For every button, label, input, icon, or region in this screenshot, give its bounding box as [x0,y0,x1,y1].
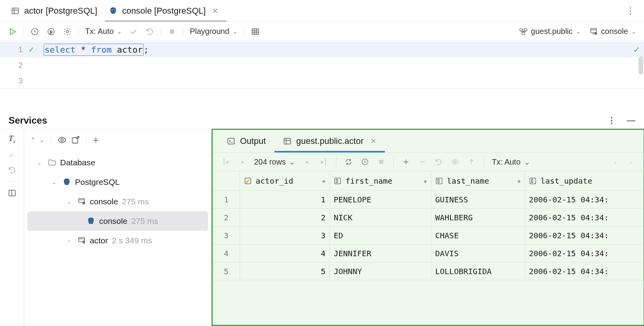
tab-actor[interactable]: actor [PostgreSQL] [7,0,105,22]
close-icon[interactable]: ✕ [370,137,376,145]
row-index[interactable]: 3 [213,227,240,244]
results-pane: Output guest.public.actor ✕ ⎮◂ ◂ 204 row… [212,129,644,326]
add-icon[interactable]: + [93,134,99,146]
rollback-icon[interactable] [8,166,16,174]
column-header[interactable]: last_update [525,171,644,190]
code-line[interactable]: select * from actor ; [41,42,644,57]
gutter-line[interactable]: 2 [0,57,41,73]
tx-mode-label: Tx: Auto [85,27,114,36]
cell[interactable]: JOHNNY [330,262,431,280]
page-first-icon[interactable]: ⎮◂ [219,155,232,168]
close-icon[interactable]: ✕ [212,6,219,16]
data-grid: actor_id ◆ first_name ◆ last_name ◆ [213,171,644,325]
commit-icon[interactable]: ✓ [9,152,14,159]
cell[interactable]: PENELOPE [330,191,431,208]
new-window-icon[interactable] [71,135,80,145]
more-icon[interactable]: ⋮ [607,115,616,126]
tab-console[interactable]: console [PostgreSQL] ✕ [105,0,226,22]
table-row[interactable]: 44JENNIFERDAVIS2006-02-15 04:34: [213,244,644,262]
svg-point-18 [83,202,85,204]
column-header[interactable]: last_name ◆ [431,171,525,190]
commit-button[interactable] [126,25,141,39]
cell[interactable]: ED [330,227,431,244]
cell[interactable]: 5 [240,262,330,280]
row-header[interactable] [213,171,240,190]
data-grid-icon[interactable] [248,25,262,39]
table-row[interactable]: 33EDCHASE2006-02-15 04:34: [213,227,644,244]
refresh-icon[interactable] [342,155,355,168]
cell[interactable]: 2 [240,209,330,226]
table-row[interactable]: 55JOHNNYLOLLOBRIGIDA2006-02-15 04:34: [213,262,644,280]
preview-icon[interactable] [448,155,462,168]
cell[interactable]: CHASE [431,227,525,244]
table-row[interactable]: 11PENELOPEGUINESS2006-02-15 04:34: [213,191,644,209]
stop-icon[interactable] [375,155,388,168]
tx-mode-selector[interactable]: Tx: Auto ⌄ [83,27,124,36]
auto-refresh-icon[interactable] [358,155,372,168]
submit-icon[interactable] [465,155,478,168]
schema-selector[interactable]: guest.public ⌄ [517,27,583,36]
playground-selector[interactable]: Playground ⌄ [187,27,240,36]
cell[interactable]: WAHLBERG [431,209,525,226]
row-index[interactable]: 4 [213,244,240,262]
cell[interactable]: NICK [330,209,431,226]
settings-icon[interactable] [60,25,75,39]
sql-editor[interactable]: 1 ✓ 2 3 select * from actor ; ✓ [0,41,644,89]
cell[interactable]: 4 [240,244,330,262]
row-index[interactable]: 5 [213,262,240,280]
result-tab-output[interactable]: Output [218,130,274,152]
tree-node-database[interactable]: ⌄ Database [24,153,211,172]
table-row[interactable]: 22NICKWAHLBERG2006-02-15 04:34: [213,209,644,227]
cell[interactable]: 1 [240,191,330,208]
tree-node-actor[interactable]: › actor 2 s 349 ms [24,231,211,250]
minimize-icon[interactable]: — [627,115,635,126]
sort-icon[interactable]: ◆ [322,178,326,184]
row-index[interactable]: 1 [213,191,240,208]
tree-node-postgresql[interactable]: ⌄ PostgreSQL [24,172,211,192]
cell[interactable]: 2006-02-15 04:34: [525,209,644,226]
cell[interactable]: LOLLOBRIGIDA [431,262,525,280]
more-tabs[interactable]: ⋮ [617,6,644,16]
row-count-selector[interactable]: 204 rows ⌄ [252,157,298,167]
stop-button[interactable] [165,25,179,39]
cell[interactable]: DAVIS [431,244,525,262]
cell[interactable]: 3 [240,227,330,244]
collapse-down-icon[interactable]: ⌄ [39,136,44,144]
sort-icon[interactable]: ◆ [424,178,427,184]
rollback-button[interactable] [143,25,157,39]
expand-up-icon[interactable]: ⌃ [30,136,36,144]
revert-icon[interactable] [432,155,445,168]
gutter-line[interactable]: 1 ✓ [0,42,41,57]
row-index[interactable]: 2 [213,209,240,226]
page-next-icon[interactable]: ▸ [301,155,314,168]
inline-run-check-icon[interactable]: ✓ [633,45,640,55]
scrollbar[interactable] [639,57,643,74]
cell[interactable]: 2006-02-15 04:34: [525,227,644,244]
column-header[interactable]: first_name ◆ [330,171,431,190]
tree-node-console-child[interactable]: console 275 ms [27,211,208,231]
run-button[interactable] [5,25,20,39]
delete-row-icon[interactable]: − [416,155,429,168]
result-tx-mode[interactable]: Tx: Auto ⌄ [489,157,532,167]
scroll-right-icon[interactable]: › [624,155,637,168]
add-row-icon[interactable]: + [399,155,413,168]
cell[interactable]: 2006-02-15 04:34: [525,191,644,208]
scroll-left-icon[interactable]: › [608,155,622,168]
column-header[interactable]: actor_id ◆ [240,171,330,190]
tree-node-console[interactable]: ⌄ console 275 ms [24,192,211,211]
sort-icon[interactable]: ◆ [518,178,521,184]
tx-icon[interactable]: Tx [9,133,16,145]
page-last-icon[interactable]: ▸⎮ [317,155,331,168]
layout-icon[interactable] [8,189,16,197]
eye-icon[interactable] [57,135,67,145]
cell[interactable]: GUINESS [431,191,525,208]
cell[interactable]: 2006-02-15 04:34: [525,262,644,280]
session-selector[interactable]: console ⌄ [587,27,639,36]
gutter-line[interactable]: 3 [0,73,41,89]
history-icon[interactable] [28,25,42,39]
page-prev-icon[interactable]: ◂ [235,155,249,168]
explain-icon[interactable]: p [44,25,58,39]
cell[interactable]: JENNIFER [330,244,431,262]
result-tab-data[interactable]: guest.public.actor ✕ [274,130,385,152]
cell[interactable]: 2006-02-15 04:34: [525,244,644,262]
